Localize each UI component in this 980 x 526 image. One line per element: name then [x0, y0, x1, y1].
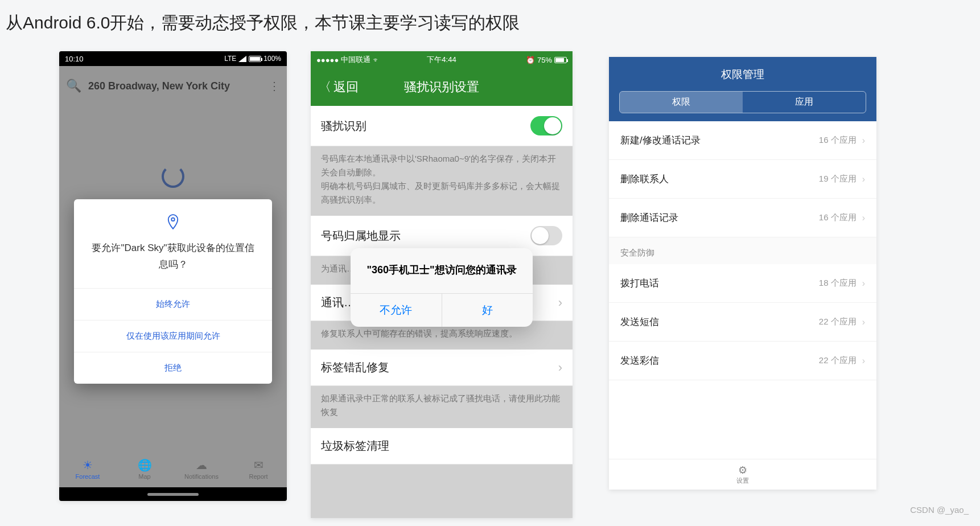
- list-item[interactable]: 删除联系人19 个应用›: [609, 160, 876, 199]
- row-description: 号码库在本地通讯录中以'SRhaoma0~9'的名字保存，关闭本开关会自动删除。…: [311, 146, 573, 216]
- item-label: 发送短信: [620, 315, 659, 328]
- item-value: 18 个应用: [819, 278, 857, 289]
- lte-label: LTE: [224, 55, 236, 63]
- chevron-right-icon: ›: [862, 213, 865, 223]
- nav-bar: [59, 487, 287, 501]
- bottom-label: 设置: [736, 476, 749, 485]
- allow-while-using-button[interactable]: 仅在使用该应用期间允许: [74, 320, 272, 352]
- tab-notifications[interactable]: ☁Notifications: [173, 451, 230, 487]
- status-bar: ●●●●●中国联通ᯤ 下午4:44 ⏰75%: [311, 51, 573, 68]
- bottom-bar[interactable]: ⚙ 设置: [609, 459, 876, 490]
- item-value: 22 个应用: [819, 355, 857, 366]
- row-description: 如果通讯录中正常的联系人被标记成了骚扰电话，请使用此功能恢复: [311, 386, 573, 428]
- permission-list: 新建/修改通话记录16 个应用› 删除联系人19 个应用› 删除通话记录16 个…: [609, 121, 876, 380]
- android-phone-mock: 10:10 LTE 100% 🔍 260 Broadway, New York …: [59, 51, 287, 501]
- segment-app[interactable]: 应用: [743, 92, 866, 113]
- tab-label: Notifications: [184, 473, 219, 480]
- chevron-right-icon: ›: [558, 360, 562, 375]
- signal-dots-icon: ●●●●●: [316, 56, 339, 64]
- segment-permission[interactable]: 权限: [620, 92, 743, 113]
- ios-phone-mock: ●●●●●中国联通ᯤ 下午4:44 ⏰75% 〈返回 骚扰识别设置 骚扰识别 号…: [311, 51, 573, 518]
- toggle-switch[interactable]: [530, 116, 562, 135]
- row-label: 通讯…: [321, 295, 355, 310]
- chevron-right-icon: ›: [862, 317, 865, 327]
- tab-forecast[interactable]: ☀Forecast: [59, 451, 116, 487]
- deny-button[interactable]: 拒绝: [74, 352, 272, 384]
- item-value: 16 个应用: [819, 135, 857, 146]
- notifications-icon: ☁: [196, 458, 207, 472]
- tab-label: Report: [249, 473, 267, 480]
- item-label: 新建/修改通话记录: [620, 134, 701, 147]
- chevron-right-icon: ›: [558, 295, 562, 310]
- tab-map[interactable]: 🌐Map: [116, 451, 173, 487]
- status-bar: 10:10 LTE 100%: [59, 51, 287, 66]
- list-item[interactable]: 拨打电话18 个应用›: [609, 264, 876, 303]
- status-time: 10:10: [65, 55, 84, 63]
- item-label: 删除通话记录: [620, 211, 678, 224]
- item-value: 22 个应用: [819, 317, 857, 327]
- home-pill-icon[interactable]: [147, 493, 199, 496]
- tab-label: Map: [138, 473, 150, 480]
- list-item[interactable]: 发送彩信22 个应用›: [609, 342, 876, 380]
- chevron-right-icon: ›: [862, 356, 865, 366]
- row-tag-repair[interactable]: 标签错乱修复 ›: [311, 350, 573, 386]
- item-label: 拨打电话: [620, 277, 659, 290]
- svg-point-0: [171, 218, 175, 221]
- wifi-icon: ᯤ: [373, 56, 380, 64]
- row-label: 号码归属地显示: [321, 228, 401, 244]
- row-trash-clean[interactable]: 垃圾标签清理: [311, 428, 573, 465]
- section-header: 安全防御: [609, 237, 876, 264]
- chevron-left-icon: 〈: [319, 79, 331, 96]
- back-label: 返回: [333, 79, 359, 96]
- battery-icon: [554, 57, 567, 63]
- toggle-switch[interactable]: [530, 226, 562, 245]
- row-label: 标签错乱修复: [321, 360, 389, 375]
- location-pin-icon: [74, 199, 272, 237]
- allow-always-button[interactable]: 始终允许: [74, 288, 272, 320]
- ios-permission-alert: "360手机卫士"想访问您的通讯录 不允许 好: [351, 248, 533, 327]
- gear-icon: ⚙: [738, 464, 747, 476]
- list-item[interactable]: 新建/修改通话记录16 个应用›: [609, 121, 876, 160]
- back-button[interactable]: 〈返回: [311, 79, 367, 96]
- chevron-right-icon: ›: [862, 135, 865, 146]
- nav-title: 骚扰识别设置: [404, 79, 479, 96]
- row-harass-detect[interactable]: 骚扰识别: [311, 106, 573, 146]
- page-heading: 从Android 6.0开始，需要动态授予权限，本节课主要学习读写的权限: [6, 11, 520, 35]
- segmented-control: 权限 应用: [619, 91, 866, 113]
- alert-title: "360手机卫士"想访问您的通讯录: [351, 248, 533, 293]
- item-label: 删除联系人: [620, 172, 669, 186]
- list-item[interactable]: 删除通话记录16 个应用›: [609, 199, 876, 237]
- forecast-icon: ☀: [83, 458, 93, 472]
- item-value: 16 个应用: [819, 212, 857, 223]
- report-icon: ✉: [254, 458, 263, 472]
- permission-manager-mock: 权限管理 权限 应用 新建/修改通话记录16 个应用› 删除联系人19 个应用›…: [609, 57, 876, 490]
- battery-icon: [249, 56, 261, 62]
- item-value: 19 个应用: [819, 174, 857, 184]
- header: 权限管理 权限 应用: [609, 57, 876, 121]
- carrier-label: 中国联通: [341, 55, 370, 65]
- list-item[interactable]: 发送短信22 个应用›: [609, 303, 876, 342]
- permission-dialog: 要允许"Dark Sky"获取此设备的位置信息吗？ 始终允许 仅在使用该应用期间…: [74, 199, 272, 384]
- battery-percent: 75%: [537, 56, 552, 64]
- alert-deny-button[interactable]: 不允许: [351, 294, 442, 327]
- nav-bar: 〈返回 骚扰识别设置: [311, 68, 573, 106]
- battery-percent: 100%: [263, 55, 281, 63]
- row-label: 骚扰识别: [321, 118, 367, 134]
- header-title: 权限管理: [609, 67, 876, 82]
- chevron-right-icon: ›: [862, 174, 865, 184]
- chevron-right-icon: ›: [862, 278, 865, 289]
- signal-icon: [238, 56, 246, 62]
- watermark: CSDN @_yao_: [910, 505, 969, 515]
- tab-report[interactable]: ✉Report: [230, 451, 287, 487]
- alarm-icon: ⏰: [526, 56, 535, 64]
- item-label: 发送彩信: [620, 354, 659, 367]
- bottom-nav: ☀Forecast 🌐Map ☁Notifications ✉Report: [59, 451, 287, 487]
- map-icon: 🌐: [138, 458, 152, 472]
- dialog-message: 要允许"Dark Sky"获取此设备的位置信息吗？: [74, 237, 272, 288]
- tab-label: Forecast: [76, 473, 100, 480]
- row-label: 垃圾标签清理: [321, 438, 389, 454]
- status-time: 下午4:44: [427, 55, 456, 65]
- alert-ok-button[interactable]: 好: [442, 294, 533, 327]
